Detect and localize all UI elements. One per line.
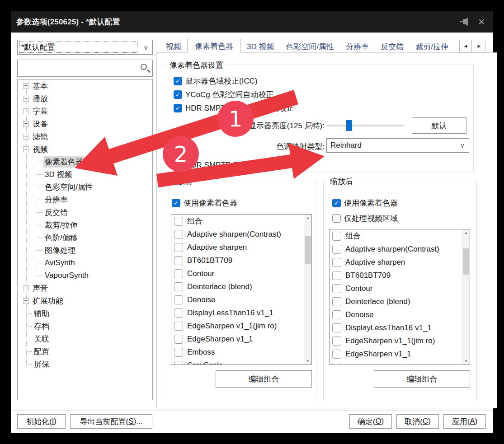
应用-button[interactable]: 应用(A) xyxy=(443,414,486,429)
shader-list-item[interactable]: 组合 xyxy=(171,215,311,228)
取消-button[interactable]: 取消(C) xyxy=(396,414,439,429)
tree-item-AviSynth[interactable]: AviSynth xyxy=(18,257,152,269)
edit-combination-button[interactable]: 编辑组合 xyxy=(216,370,312,388)
初始化-button[interactable]: 初始化(I) xyxy=(17,414,66,429)
checkbox[interactable] xyxy=(174,90,182,99)
expand-icon[interactable]: + xyxy=(23,96,29,102)
tree-item-字幕[interactable]: +字幕 xyxy=(18,105,152,117)
tree-item-播放[interactable]: +播放 xyxy=(18,92,152,105)
shader-list-item[interactable]: Denoise xyxy=(171,293,311,306)
tree-item-关联[interactable]: 关联 xyxy=(18,332,152,345)
tab-裁剪/拉伸[interactable]: 裁剪/拉伸 xyxy=(410,40,454,53)
tab-分辨率[interactable]: 分辨率 xyxy=(340,40,375,53)
shader-list-item[interactable]: GrayScale xyxy=(171,359,311,365)
edit-combination-button[interactable]: 编辑组合 xyxy=(374,370,470,388)
确定-button[interactable]: 确定(O) xyxy=(349,414,392,429)
scroll-down-icon[interactable]: ▼ xyxy=(462,359,470,363)
shader-list-item[interactable]: EdgeSharpen v1_1(jim ro) xyxy=(330,334,470,347)
profile-combobox[interactable]: *默认配置 v xyxy=(17,40,153,55)
expand-icon[interactable]: + xyxy=(23,121,29,127)
tree-item-扩展功能[interactable]: +扩展功能 xyxy=(18,294,152,307)
tree-item-3D 视频[interactable]: 3D 视频 xyxy=(18,168,152,181)
scrollbar[interactable]: ▲ ▼ xyxy=(304,215,311,365)
checkbox[interactable] xyxy=(332,310,341,319)
checkbox[interactable] xyxy=(332,350,341,359)
checkbox[interactable] xyxy=(174,243,183,252)
shader-list-item[interactable]: Contour xyxy=(330,282,470,295)
tree-item-屏保[interactable]: 屏保 xyxy=(18,358,152,370)
checkbox[interactable] xyxy=(174,335,183,344)
expand-icon[interactable]: + xyxy=(23,134,29,140)
shader-list-item[interactable]: Adaptive sharpen(Contrast) xyxy=(330,243,470,256)
brightness-slider[interactable] xyxy=(326,125,405,126)
checkbox[interactable] xyxy=(174,230,183,239)
tree-item-裁剪/拉伸[interactable]: 裁剪/拉伸 xyxy=(18,219,152,231)
checkbox[interactable] xyxy=(174,361,183,365)
tab-色彩空间/属性[interactable]: 色彩空间/属性 xyxy=(280,40,340,53)
checkbox[interactable] xyxy=(332,337,341,346)
scrollbar-thumb[interactable] xyxy=(463,248,469,275)
shader-list-item[interactable]: EdgeSharpen v1_1 xyxy=(330,347,470,360)
checkbox[interactable] xyxy=(332,258,341,267)
tree-item-配置[interactable]: 配置 xyxy=(18,345,152,358)
search-box[interactable] xyxy=(17,60,153,77)
collapse-icon[interactable]: - xyxy=(23,146,29,152)
tree-item-图像处理[interactable]: 图像处理 xyxy=(18,244,152,257)
checkbox[interactable] xyxy=(174,161,182,169)
tab-scroll-left-icon[interactable]: ◀ xyxy=(459,40,472,52)
checkbox[interactable] xyxy=(174,217,183,226)
shader-list-item[interactable]: Adaptive sharpen xyxy=(330,256,470,269)
tab-3D 视频[interactable]: 3D 视频 xyxy=(241,40,280,53)
expand-icon[interactable]: + xyxy=(23,108,29,114)
tab-像素着色器[interactable]: 像素着色器 xyxy=(187,39,241,53)
tab-scroll-right-icon[interactable]: ▶ xyxy=(473,40,485,52)
scroll-up-icon[interactable]: ▲ xyxy=(304,216,311,220)
tree-item-分辨率[interactable]: 分辨率 xyxy=(18,193,152,206)
tree-item-反交错[interactable]: 反交错 xyxy=(18,206,152,219)
tree-item-滤镜[interactable]: +滤镜 xyxy=(18,130,152,143)
checkbox[interactable] xyxy=(172,199,180,207)
shader-list-item[interactable]: Contour xyxy=(171,267,311,280)
checkbox[interactable] xyxy=(174,256,183,265)
导出当前配置-button[interactable]: 导出当前配置(S)... xyxy=(70,414,152,429)
checkbox[interactable] xyxy=(332,199,341,207)
shader-list-item[interactable]: 组合 xyxy=(330,229,470,243)
shader-list-item[interactable]: BT601BT709 xyxy=(330,269,470,282)
checkbox[interactable] xyxy=(332,363,341,365)
shader-list-item[interactable]: Adaptive sharpen(Contrast) xyxy=(171,228,311,241)
pin-icon[interactable] xyxy=(457,11,472,33)
shader-list-item[interactable]: EdgeSharpen v1_1(jim ro) xyxy=(171,319,311,332)
tab-视频[interactable]: 视频 xyxy=(160,40,187,53)
tab-反交错[interactable]: 反交错 xyxy=(375,40,410,53)
close-icon[interactable]: ✕ xyxy=(474,11,489,33)
scrollbar-thumb[interactable] xyxy=(305,236,311,264)
tree-item-基本[interactable]: +基本 xyxy=(18,79,152,92)
checkbox[interactable] xyxy=(174,295,183,304)
shader-list-item[interactable]: DisplayLessThan16 v1_1 xyxy=(171,306,311,319)
checkbox[interactable] xyxy=(174,77,182,85)
checkbox[interactable] xyxy=(174,348,183,357)
tree-item-辅助[interactable]: 辅助 xyxy=(18,307,152,320)
shader-list-item[interactable]: Deinterlace (blend) xyxy=(171,280,311,293)
default-button[interactable]: 默认 xyxy=(412,117,466,134)
shader-list-item[interactable]: BT601BT709 xyxy=(171,254,311,267)
tone-mapping-select[interactable]: Reinhard v xyxy=(326,138,469,153)
shader-list-item[interactable]: Emboss xyxy=(171,346,311,359)
checkbox[interactable] xyxy=(174,282,183,291)
expand-icon[interactable]: + xyxy=(23,285,29,291)
checkbox[interactable] xyxy=(332,297,341,306)
tree-item-存档[interactable]: 存档 xyxy=(18,320,152,332)
checkbox[interactable] xyxy=(332,232,341,241)
tree-item-声音[interactable]: +声音 xyxy=(18,282,152,294)
checkbox[interactable] xyxy=(332,323,341,332)
expand-icon[interactable]: + xyxy=(23,83,29,89)
shader-list-item[interactable] xyxy=(330,360,470,365)
expand-icon[interactable]: + xyxy=(23,298,29,304)
checkbox[interactable] xyxy=(332,284,341,293)
tree-item-像素着色器[interactable]: 像素着色器 xyxy=(18,155,152,168)
tree-item-色彩空间/属性[interactable]: 色彩空间/属性 xyxy=(18,181,152,193)
scrollbar[interactable]: ▲ ▼ xyxy=(462,229,470,365)
checkbox[interactable] xyxy=(174,308,183,318)
tree-item-色阶/偏移[interactable]: 色阶/偏移 xyxy=(18,231,152,244)
checkbox[interactable] xyxy=(174,104,182,112)
